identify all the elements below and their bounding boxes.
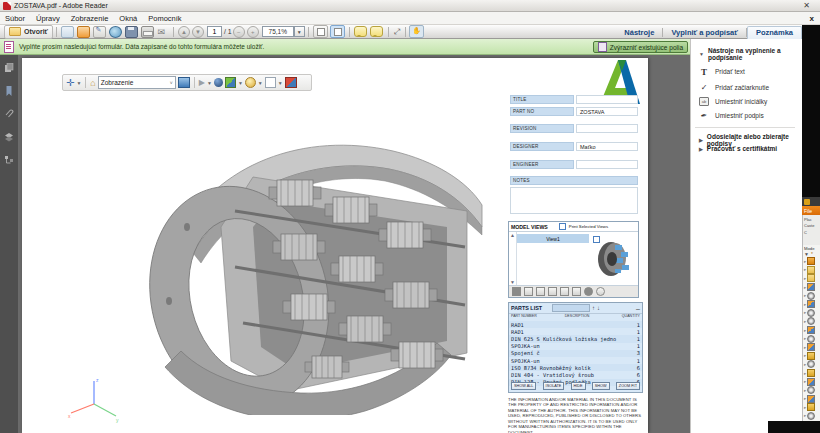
tree-item[interactable]: ▸ xyxy=(804,266,819,275)
zoom-level-value[interactable]: 75,1% xyxy=(262,26,294,37)
open-button[interactable]: Otvoriť xyxy=(4,25,53,39)
filter-icon[interactable]: ▼ xyxy=(804,251,809,257)
show-button[interactable]: SHOW xyxy=(592,382,610,390)
save-to-cloud-icon[interactable] xyxy=(61,26,74,38)
form-field-notes[interactable] xyxy=(510,187,638,214)
add-checkmark-item[interactable]: ✓ Pridať začiarknutie xyxy=(699,83,769,92)
inventor-file-tab[interactable]: File xyxy=(802,206,820,215)
tree-item[interactable]: ▸ xyxy=(804,377,819,386)
view-orientation-icon[interactable] xyxy=(524,287,533,296)
expand-arrow-icon[interactable]: ▸ xyxy=(804,379,806,384)
isolate-button[interactable]: ISOLATE xyxy=(543,382,565,390)
expand-arrow-icon[interactable]: ▸ xyxy=(804,267,806,272)
page-number-input[interactable] xyxy=(207,26,222,37)
expand-arrow-icon[interactable]: ▸ xyxy=(804,405,806,410)
fill-sign-link[interactable]: Vyplniť a podpísať xyxy=(663,26,746,38)
expand-arrow-icon[interactable]: ▸ xyxy=(804,371,806,376)
view-orientation-icon[interactable] xyxy=(536,287,545,296)
tree-item[interactable]: ▸ xyxy=(804,300,819,309)
sort-down-icon[interactable]: ↓ xyxy=(597,305,600,311)
previous-page-button[interactable]: ▲ xyxy=(178,26,190,38)
view-list-scrollbar[interactable]: ▲ ▼ xyxy=(509,232,517,285)
page-thumbnails-icon[interactable] xyxy=(4,63,14,73)
expand-arrow-icon[interactable]: ▸ xyxy=(804,336,806,341)
tree-item[interactable]: ▸ xyxy=(804,412,819,421)
view-select-dropdown[interactable]: Zobrazenie ˅ xyxy=(98,76,176,89)
comment-link[interactable]: Poznámka xyxy=(747,26,802,39)
expand-arrow-icon[interactable]: ▸ xyxy=(804,345,806,350)
model-tree-icon[interactable] xyxy=(4,155,14,165)
view-orientation-icon[interactable] xyxy=(596,287,605,296)
tree-item[interactable]: ▸ xyxy=(804,343,819,352)
background-color-swatch[interactable] xyxy=(265,77,276,88)
expand-arrow-icon[interactable]: ▸ xyxy=(804,259,806,264)
show-all-button[interactable]: SHOW ALL xyxy=(511,382,536,390)
lighting-icon[interactable] xyxy=(245,77,256,88)
parts-row[interactable]: DIN 404 - Vratidlový šroub6 xyxy=(509,371,642,378)
collapse-panel-icon[interactable]: – xyxy=(636,305,640,312)
layers-icon[interactable] xyxy=(4,132,14,142)
ribbon-fragment[interactable]: C xyxy=(804,230,819,236)
add-text-item[interactable]: T Pridať text xyxy=(699,67,745,76)
tree-item[interactable]: ▸ xyxy=(804,317,819,326)
tree-item[interactable]: ▸ xyxy=(804,257,819,266)
form-field-engineer[interactable] xyxy=(576,160,638,169)
hand-tool-button[interactable]: ✋ xyxy=(409,25,424,38)
attachments-icon[interactable] xyxy=(4,109,14,119)
expand-arrow-icon[interactable]: ▸ xyxy=(804,276,806,281)
zoom-fit-button[interactable]: ZOOM FIT xyxy=(616,382,640,390)
expand-arrow-icon[interactable]: ▸ xyxy=(804,353,806,358)
form-field-revision[interactable] xyxy=(576,124,638,133)
form-field-title[interactable] xyxy=(576,95,638,104)
email-icon[interactable]: ✉ xyxy=(157,27,168,37)
tree-item[interactable]: ▸ xyxy=(804,334,819,343)
dropdown-arrow-icon[interactable]: ▼ xyxy=(278,80,283,86)
bookmarks-icon[interactable] xyxy=(4,86,14,96)
menu-upravy[interactable]: Úpravy xyxy=(36,14,60,23)
expand-arrow-icon[interactable]: ▸ xyxy=(804,413,806,418)
model-tree-toggle-icon[interactable] xyxy=(178,77,190,88)
fit-page-button[interactable] xyxy=(330,25,345,38)
zoom-out-button[interactable]: − xyxy=(233,26,245,38)
expand-arrow-icon[interactable]: ▸ xyxy=(804,293,806,298)
tree-item[interactable]: ▸ xyxy=(804,326,819,335)
menu-subor[interactable]: Súbor xyxy=(5,14,25,23)
sort-up-icon[interactable]: ↑ xyxy=(592,305,595,311)
expand-arrow-icon[interactable]: ▸ xyxy=(804,388,806,393)
parts-row[interactable]: RAD11 xyxy=(509,328,642,335)
expand-arrow-icon[interactable]: ▸ xyxy=(804,319,806,324)
view-orientation-icon[interactable] xyxy=(572,287,581,296)
tree-item[interactable]: ▸ xyxy=(804,352,819,361)
save-icon[interactable] xyxy=(125,26,138,38)
view-orientation-icon[interactable] xyxy=(548,287,557,296)
expand-arrow-icon[interactable]: ▸ xyxy=(804,302,806,307)
zoom-in-button[interactable]: + xyxy=(247,26,259,38)
filter-icon-2[interactable]: * xyxy=(811,251,813,257)
dropdown-arrow-icon[interactable]: ▼ xyxy=(238,80,243,86)
tree-item[interactable]: ▸ xyxy=(804,283,819,292)
tools-link[interactable]: Nástroje xyxy=(616,26,662,38)
tree-item[interactable]: ▸ xyxy=(804,309,819,318)
expand-arrow-icon[interactable]: ▸ xyxy=(804,362,806,367)
form-field-designer[interactable]: Maťko xyxy=(576,142,638,151)
scroll-up-icon[interactable]: ▲ xyxy=(510,232,515,238)
expand-arrow-icon[interactable]: ▸ xyxy=(804,310,806,315)
work-certificates-link[interactable]: ▶ Pracovať s certifikátmi xyxy=(699,145,777,152)
dropdown-arrow-icon[interactable]: ▼ xyxy=(207,80,212,86)
menu-pomocnik[interactable]: Pomocník xyxy=(148,14,181,23)
panel-close-button[interactable]: x xyxy=(810,14,814,23)
view-orientation-icon[interactable] xyxy=(584,287,593,296)
parts-row[interactable]: RAD11 xyxy=(509,321,642,328)
view-list-item[interactable]: View1 xyxy=(517,234,589,243)
tree-item[interactable]: ▸ xyxy=(804,291,819,300)
tree-item[interactable]: ▸ xyxy=(804,369,819,378)
parts-row[interactable]: SPOJKA-un1 xyxy=(509,357,642,364)
print-icon[interactable] xyxy=(141,26,154,38)
convert-pdf-icon[interactable] xyxy=(77,26,90,38)
window-close-button[interactable]: ✕ xyxy=(803,1,810,10)
render-mode-icon[interactable] xyxy=(214,78,223,87)
default-view-home-icon[interactable]: ⌂ xyxy=(90,78,95,88)
zoom-dropdown-arrow-icon[interactable]: ▼ xyxy=(294,26,305,37)
tree-item[interactable]: ▸ xyxy=(804,274,819,283)
share-globe-icon[interactable] xyxy=(109,26,122,38)
